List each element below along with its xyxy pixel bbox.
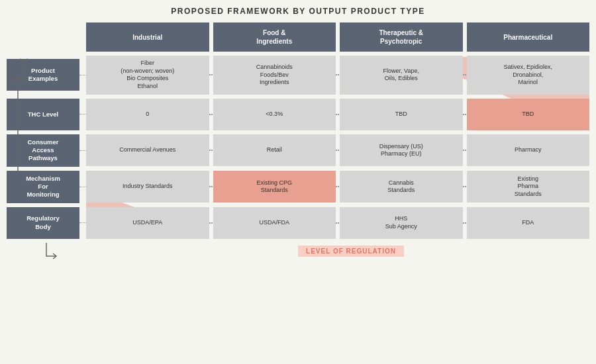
cell-industrial-thc: 0	[86, 99, 209, 130]
dots-5	[79, 222, 86, 223]
cell-industrial-consumer: Commercial Avenues	[86, 134, 209, 166]
cells-consumer: Commercial Avenues Retail Dispensary (US…	[86, 134, 589, 166]
row-consumer-access: ConsumerAccessPathways Commercial Avenue…	[7, 134, 589, 167]
cell-industrial-mechanism: Industry Standards	[86, 171, 209, 203]
framework-table: Industrial Food &Ingredients Therapeutic…	[7, 23, 589, 264]
cell-pharma-thc: TBD	[467, 99, 590, 130]
bottom-section: LEVEL OF REGULATION	[7, 243, 589, 264]
cell-therapeutic-regulatory: HHSSub Agency	[340, 207, 463, 239]
main-container: PROPOSED FRAMEWORK BY OUTPUT PRODUCT TYP…	[0, 0, 596, 364]
dots-1	[79, 75, 86, 75]
cell-industrial-regulatory: USDA/EPA	[86, 207, 209, 239]
cells-thc: 0 <0.3% TBD TBD	[86, 99, 589, 130]
dots-4	[79, 187, 86, 187]
cell-therapeutic-thc: TBD	[340, 99, 463, 130]
level-label-container: LEVEL OF REGULATION	[86, 243, 589, 257]
cell-food-thc: <0.3%	[213, 99, 336, 130]
bottom-arrow-svg	[33, 243, 60, 264]
cell-pharma-product: Sativex, Epidiolex,Dronabinol,Marinol	[467, 56, 590, 95]
row-header-regulatory: RegulatoryBody	[7, 207, 79, 239]
row-thc-level: THC Level 0 <0.3% TBD TBD	[7, 99, 589, 130]
dots-2	[79, 114, 86, 114]
page-title: PROPOSED FRAMEWORK BY OUTPUT PRODUCT TYP…	[7, 7, 589, 16]
cell-therapeutic-mechanism: CannabisStandards	[340, 171, 463, 203]
left-arrow-svg	[8, 63, 28, 182]
cell-pharma-consumer: Pharmacy	[467, 134, 590, 166]
cells-mechanism: Industry Standards Existing CPGStandards…	[86, 171, 589, 203]
col-header-food: Food &Ingredients	[213, 23, 336, 52]
col-header-pharmaceutical: Pharmaceutical	[467, 23, 590, 52]
col-header-industrial: Industrial	[86, 23, 209, 52]
cells-product-examples: Fiber(non-woven; woven)Bio CompositesEth…	[86, 56, 589, 95]
row-regulatory: RegulatoryBody USDA/EPA USDA/FDA HHSSub …	[7, 207, 589, 239]
row-product-examples: ProductExamples Fiber(non-woven; woven)B…	[7, 56, 589, 95]
header-row: Industrial Food &Ingredients Therapeutic…	[86, 23, 589, 52]
cells-regulatory: USDA/EPA USDA/FDA HHSSub Agency FDA	[86, 207, 589, 239]
col-header-therapeutic: Therapeutic &Psychotropic	[340, 23, 463, 52]
row-mechanism: MechanismForMonitoring Industry Standard…	[7, 171, 589, 203]
cell-food-consumer: Retail	[213, 134, 336, 166]
cell-therapeutic-product: Flower, Vape,Oils, Edibles	[340, 56, 463, 95]
level-of-regulation-label: LEVEL OF REGULATION	[298, 246, 404, 257]
cell-pharma-mechanism: ExistingPharmaStandards	[467, 171, 590, 203]
cell-food-mechanism: Existing CPGStandards	[213, 171, 336, 203]
cell-pharma-regulatory: FDA	[467, 207, 590, 239]
cell-industrial-product: Fiber(non-woven; woven)Bio CompositesEth…	[86, 56, 209, 95]
cell-therapeutic-consumer: Dispensary (US)Pharmacy (EU)	[340, 134, 463, 166]
cell-food-regulatory: USDA/FDA	[213, 207, 336, 239]
cell-food-product: CannabinoidsFoods/BevIngredients	[213, 56, 336, 95]
dots-3	[79, 150, 86, 151]
bottom-left-arrow-area	[7, 243, 86, 264]
